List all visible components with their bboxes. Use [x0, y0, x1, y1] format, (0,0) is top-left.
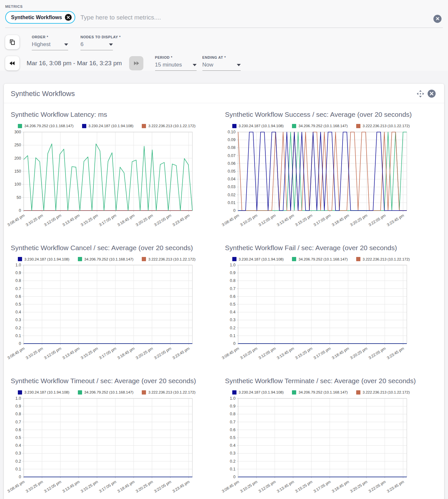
- legend-label: 3.230.24.187 (10.1.94.108): [24, 390, 69, 394]
- legend-label: 34.206.79.252 (10.1.168.147): [84, 390, 134, 394]
- legend-item[interactable]: 3.230.24.187 (10.1.94.108): [18, 390, 69, 395]
- legend-item[interactable]: 3.230.24.187 (10.1.94.108): [232, 124, 284, 128]
- legend-item[interactable]: 3.222.236.213 (10.1.22.172): [356, 390, 410, 395]
- legend-item[interactable]: 3.222.236.213 (10.1.22.172): [356, 257, 410, 261]
- svg-text:0.1: 0.1: [16, 467, 21, 471]
- svg-text:0.6: 0.6: [230, 294, 235, 299]
- svg-text:3:17:05 pm: 3:17:05 pm: [312, 346, 331, 360]
- svg-text:0: 0: [19, 341, 21, 346]
- svg-text:3:15:25 pm: 3:15:25 pm: [80, 479, 99, 493]
- legend-item[interactable]: 3.222.236.213 (10.1.22.172): [356, 124, 410, 128]
- clear-metrics-button[interactable]: [433, 15, 442, 23]
- svg-text:3:20:25 pm: 3:20:25 pm: [349, 346, 368, 360]
- move-card-button[interactable]: [415, 88, 426, 99]
- svg-text:3:23:45 pm: 3:23:45 pm: [386, 479, 405, 493]
- order-select[interactable]: Highest: [32, 41, 68, 50]
- chip-remove-icon[interactable]: [65, 14, 72, 21]
- time-range-text: Mar 16, 3:08 pm - Mar 16, 3:23 pm: [27, 60, 122, 67]
- order-label: ORDER *: [32, 35, 68, 39]
- chart-title: Synthetic Workflow Success / sec: Averag…: [225, 110, 420, 119]
- legend-label: 3.230.24.187 (10.1.94.108): [24, 257, 69, 261]
- metrics-panel: METRICS Synthetic Workflows ORDER * High…: [0, 0, 448, 71]
- legend-swatch-icon: [292, 124, 296, 128]
- svg-text:0.03: 0.03: [227, 185, 235, 189]
- legend-label: 3.230.24.187 (10.1.94.108): [239, 390, 284, 394]
- svg-text:3:08:45 pm: 3:08:45 pm: [6, 479, 25, 493]
- legend-swatch-icon: [18, 124, 22, 128]
- legend-item[interactable]: 34.206.79.252 (10.1.168.147): [292, 124, 348, 128]
- rewind-button[interactable]: [5, 56, 19, 70]
- period-select[interactable]: 15 minutes: [155, 62, 197, 71]
- legend-swatch-icon: [18, 390, 22, 395]
- legend-swatch-icon: [356, 390, 360, 395]
- svg-text:0.5: 0.5: [230, 435, 235, 440]
- chart-title: Synthetic Workflow Fail / sec: Average (…: [225, 244, 420, 252]
- svg-text:3:18:45 pm: 3:18:45 pm: [116, 213, 135, 227]
- metrics-search-input[interactable]: [80, 14, 425, 21]
- svg-text:3:12:05 pm: 3:12:05 pm: [43, 213, 62, 227]
- chart-plot: 1.00.90.80.70.60.50.40.30.20.103:08:45 p…: [225, 396, 420, 499]
- legend-item[interactable]: 3.230.24.187 (10.1.94.108): [82, 124, 134, 128]
- forward-button[interactable]: [129, 56, 143, 70]
- svg-text:0.3: 0.3: [16, 451, 21, 456]
- svg-text:0.1: 0.1: [16, 334, 21, 338]
- synthetic-workflows-card: Synthetic Workflows Synthetic Workflow L…: [4, 84, 444, 499]
- svg-text:3:13:45 pm: 3:13:45 pm: [62, 213, 80, 227]
- svg-text:0.7: 0.7: [16, 286, 21, 291]
- legend-label: 34.206.79.252 (10.1.168.147): [24, 124, 74, 128]
- svg-text:3:23:45 pm: 3:23:45 pm: [172, 346, 190, 360]
- svg-text:3:23:45 pm: 3:23:45 pm: [172, 479, 190, 493]
- legend-swatch-icon: [18, 257, 22, 261]
- legend-item[interactable]: 3.222.236.213 (10.1.22.172): [142, 124, 195, 128]
- order-field: ORDER * Highest: [32, 35, 68, 50]
- svg-text:3:22:05 pm: 3:22:05 pm: [153, 213, 172, 227]
- legend-swatch-icon: [356, 257, 360, 261]
- legend-label: 34.206.79.252 (10.1.168.147): [298, 257, 348, 261]
- close-card-button[interactable]: [426, 88, 437, 99]
- svg-text:0.5: 0.5: [16, 435, 21, 440]
- legend-item[interactable]: 34.206.79.252 (10.1.168.147): [292, 257, 348, 261]
- order-controls-row: ORDER * Highest NODES TO DISPLAY * 6: [5, 35, 443, 50]
- ending-at-select[interactable]: Now: [202, 62, 241, 71]
- legend-label: 3.222.236.213 (10.1.22.172): [148, 257, 195, 261]
- legend-label: 34.206.79.252 (10.1.168.147): [298, 390, 348, 394]
- svg-text:1.0: 1.0: [16, 396, 21, 401]
- legend-item[interactable]: 34.206.79.252 (10.1.168.147): [292, 390, 348, 395]
- legend-item[interactable]: 3.222.236.213 (10.1.22.172): [142, 257, 195, 261]
- svg-text:3:12:05 pm: 3:12:05 pm: [258, 346, 276, 360]
- svg-text:0.6: 0.6: [16, 428, 21, 432]
- legend-item[interactable]: 34.206.79.252 (10.1.168.147): [78, 257, 134, 261]
- legend-item[interactable]: 3.230.24.187 (10.1.94.108): [232, 257, 284, 261]
- legend-item[interactable]: 34.206.79.252 (10.1.168.147): [78, 390, 134, 395]
- svg-text:0.2: 0.2: [230, 459, 235, 463]
- legend-swatch-icon: [142, 257, 146, 261]
- legend-item[interactable]: 3.230.24.187 (10.1.94.108): [18, 257, 69, 261]
- svg-text:1.0: 1.0: [16, 263, 21, 267]
- chart-block: Synthetic Workflow Timeout / sec: Averag…: [11, 377, 223, 499]
- svg-text:3:13:45 pm: 3:13:45 pm: [62, 479, 80, 493]
- svg-text:0.4: 0.4: [16, 310, 21, 314]
- svg-text:3:22:05 pm: 3:22:05 pm: [153, 479, 172, 493]
- svg-text:0.3: 0.3: [230, 451, 235, 456]
- legend-item[interactable]: 3.230.24.187 (10.1.94.108): [232, 390, 284, 395]
- svg-text:0.9: 0.9: [230, 404, 235, 408]
- svg-text:3:15:25 pm: 3:15:25 pm: [294, 346, 313, 360]
- nodes-select[interactable]: 6: [80, 41, 113, 50]
- chart-legend: 34.206.79.252 (10.1.168.147)3.230.24.187…: [11, 124, 223, 128]
- legend-label: 3.230.24.187 (10.1.94.108): [239, 124, 284, 128]
- chart-plot: 1.00.90.80.70.60.50.40.30.20.103:08:45 p…: [11, 262, 205, 367]
- svg-text:0.07: 0.07: [227, 153, 235, 158]
- legend-swatch-icon: [82, 124, 86, 128]
- copy-button[interactable]: [5, 35, 19, 49]
- chart-plot: 1.00.90.80.70.60.50.40.30.20.103:08:45 p…: [11, 396, 205, 499]
- metric-chip[interactable]: Synthetic Workflows: [5, 11, 75, 24]
- legend-swatch-icon: [142, 390, 146, 395]
- move-arrows-icon: [416, 90, 425, 98]
- caret-down-icon: [109, 43, 113, 46]
- svg-text:3:18:45 pm: 3:18:45 pm: [331, 479, 350, 493]
- legend-item[interactable]: 3.222.236.213 (10.1.22.172): [142, 390, 195, 395]
- legend-item[interactable]: 34.206.79.252 (10.1.168.147): [18, 124, 74, 128]
- svg-text:3:23:45 pm: 3:23:45 pm: [386, 346, 405, 360]
- svg-text:3:20:25 pm: 3:20:25 pm: [135, 346, 154, 360]
- svg-text:0: 0: [19, 208, 21, 213]
